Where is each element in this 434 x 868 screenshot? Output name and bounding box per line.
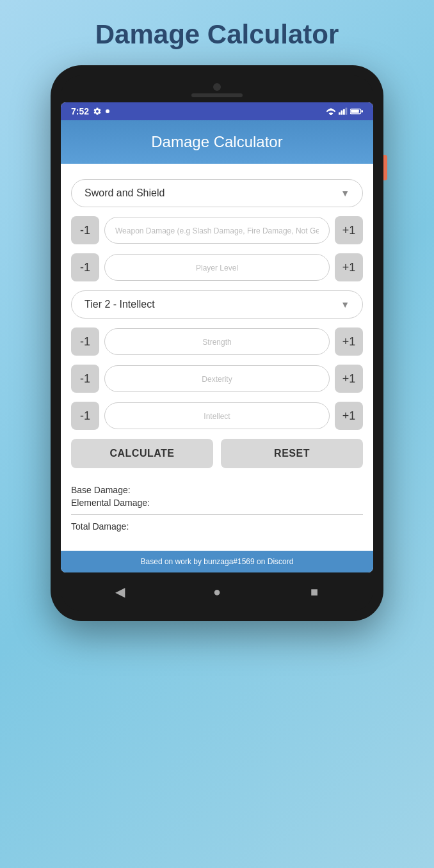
tier-chevron-down-icon: ▼ [341,299,350,310]
status-time: 7:52 [71,106,89,116]
app-header-title: Damage Calculator [151,133,282,150]
tier-dropdown-label: Tier 2 - Intellect [84,299,155,310]
strength-row: -1 +1 [71,327,363,356]
result-divider [71,514,363,515]
player-level-row: -1 +1 [71,253,363,281]
calculate-button[interactable]: CALCULATE [71,439,213,468]
reset-button[interactable]: RESET [221,439,363,468]
weapon-dropdown[interactable]: Sword and Shield ▼ [71,179,363,207]
notification-dot [106,109,109,113]
dexterity-row: -1 +1 [71,365,363,393]
phone-frame: 7:52 [51,65,383,621]
tier-dropdown[interactable]: Tier 2 - Intellect ▼ [71,290,363,319]
status-left: 7:52 [71,106,109,116]
strength-minus-button[interactable]: -1 [71,327,99,356]
svg-rect-2 [343,109,345,115]
weapon-damage-input[interactable] [104,217,330,244]
side-button [383,155,387,180]
weapon-dropdown-label: Sword and Shield [84,187,165,199]
strength-input[interactable] [104,328,330,355]
weapon-damage-plus-button[interactable]: +1 [335,216,363,244]
dexterity-input[interactable] [104,365,330,392]
intellect-input[interactable] [104,402,330,429]
elemental-damage-result: Elemental Damage: [71,496,363,509]
status-bar: 7:52 [61,102,373,120]
recent-apps-button[interactable]: ■ [305,583,323,601]
phone-bottom-nav: ◀ ● ■ [61,572,373,611]
app-content: Sword and Shield ▼ -1 +1 -1 +1 Tier 2 - … [61,164,373,551]
results-area: Base Damage: Elemental Damage: Total Dam… [71,481,363,535]
speaker [191,93,243,97]
intellect-minus-button[interactable]: -1 [71,402,99,430]
dexterity-plus-button[interactable]: +1 [335,365,363,393]
base-damage-result: Base Damage: [71,484,363,496]
total-damage-result: Total Damage: [71,520,363,533]
svg-rect-0 [339,112,341,114]
weapon-damage-minus-button[interactable]: -1 [71,216,99,244]
player-level-minus-button[interactable]: -1 [71,253,99,281]
page-title: Damage Calculator [95,19,339,50]
battery-icon [350,107,363,115]
intellect-plus-button[interactable]: +1 [335,402,363,430]
svg-rect-6 [362,110,364,112]
signal-icon [339,107,348,115]
home-button[interactable]: ● [208,583,226,601]
player-level-input[interactable] [104,254,330,281]
back-button[interactable]: ◀ [111,583,129,601]
svg-rect-5 [351,110,359,113]
wifi-icon [326,107,336,115]
weapon-damage-row: -1 +1 [71,216,363,244]
dexterity-minus-button[interactable]: -1 [71,365,99,393]
svg-rect-1 [341,111,343,115]
gear-icon [93,107,102,116]
chevron-down-icon: ▼ [341,188,350,198]
camera [213,83,221,91]
phone-screen: 7:52 [61,102,373,572]
player-level-plus-button[interactable]: +1 [335,253,363,281]
intellect-row: -1 +1 [71,402,363,430]
footer: Based on work by bunzaga#1569 on Discord [61,551,373,572]
status-right [326,107,363,115]
svg-rect-3 [346,107,348,114]
footer-text: Based on work by bunzaga#1569 on Discord [141,557,294,566]
strength-plus-button[interactable]: +1 [335,327,363,356]
app-header: Damage Calculator [61,120,373,164]
action-buttons: CALCULATE RESET [71,439,363,468]
notch-area [61,75,373,102]
